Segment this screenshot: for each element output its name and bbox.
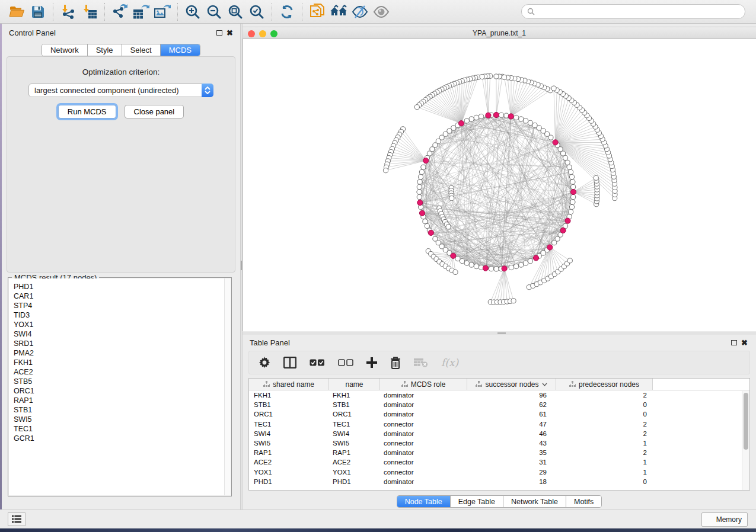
table-cell[interactable]: STB1 — [249, 401, 329, 408]
table-tab-node-table[interactable]: Node Table — [397, 496, 451, 507]
table-cell[interactable]: STB1 — [329, 401, 380, 408]
maximize-window-icon[interactable] — [270, 30, 277, 37]
table-cell[interactable]: ORC1 — [249, 411, 329, 418]
node-table[interactable]: shared namenameMCDS rolesuccessor nodesp… — [248, 378, 750, 491]
table-cell[interactable]: 18 — [467, 478, 556, 485]
mcds-result-item[interactable]: STB5 — [14, 377, 231, 386]
table-cell[interactable]: 96 — [467, 392, 556, 399]
import-table-icon[interactable] — [79, 2, 100, 21]
delete-column-trash-icon[interactable] — [390, 355, 401, 370]
tab-style[interactable]: Style — [88, 44, 122, 56]
search-field[interactable] — [521, 4, 745, 19]
table-cell[interactable]: RAP1 — [249, 449, 329, 456]
show-columns-icon[interactable] — [283, 355, 296, 370]
show-graphics-eye-icon[interactable] — [371, 2, 392, 21]
table-cell[interactable]: 31 — [467, 459, 556, 466]
table-row[interactable]: ORC1ORC1dominator610 — [249, 409, 749, 419]
table-cell[interactable]: dominator — [380, 392, 467, 399]
run-mcds-button[interactable]: Run MCDS — [58, 105, 116, 118]
network-document-icon[interactable] — [307, 2, 328, 21]
tab-mcds[interactable]: MCDS — [161, 44, 200, 56]
tab-network[interactable]: Network — [42, 44, 88, 56]
mcds-result-item[interactable]: PMA2 — [14, 348, 231, 358]
table-cell[interactable]: 1 — [556, 459, 653, 466]
table-cell[interactable]: 47 — [467, 421, 556, 428]
mcds-result-item[interactable]: SRD1 — [14, 339, 231, 348]
table-cell[interactable]: ACE2 — [249, 459, 329, 466]
table-cell[interactable]: connector — [380, 440, 467, 447]
table-cell[interactable]: 2 — [556, 392, 653, 399]
column-header-shared-name[interactable]: shared name — [249, 379, 329, 390]
table-cell[interactable]: 46 — [467, 430, 556, 437]
table-tab-motifs[interactable]: Motifs — [566, 496, 601, 507]
table-cell[interactable]: 1 — [556, 469, 653, 476]
table-cell[interactable]: 2 — [556, 421, 653, 428]
table-cell[interactable]: YOX1 — [249, 469, 329, 476]
table-scrollbar[interactable] — [742, 391, 749, 490]
table-cell[interactable]: 61 — [467, 411, 556, 418]
mcds-result-item[interactable]: STP4 — [14, 301, 231, 310]
mcds-result-list[interactable]: PHD1CAR1STP4TID3YOX1SWI4SRD1PMA2FKH1ACE2… — [9, 278, 231, 495]
mcds-result-item[interactable]: SWI5 — [14, 415, 231, 424]
float-panel-icon[interactable] — [216, 30, 222, 36]
search-input[interactable] — [538, 8, 739, 16]
table-cell[interactable]: TEC1 — [249, 421, 329, 428]
table-cell[interactable]: FKH1 — [249, 392, 329, 399]
select-all-icon[interactable] — [310, 355, 325, 370]
result-list-scrollbar[interactable] — [224, 278, 231, 495]
export-network-icon[interactable] — [109, 2, 130, 21]
add-column-icon[interactable] — [366, 355, 377, 370]
column-header-successor-nodes[interactable]: successor nodes — [467, 379, 556, 390]
table-cell[interactable]: 0 — [556, 411, 653, 418]
network-canvas[interactable] — [243, 39, 756, 331]
table-row[interactable]: TEC1TEC1connector472 — [249, 419, 749, 429]
import-network-icon[interactable] — [58, 2, 79, 21]
table-cell[interactable]: SWI5 — [329, 440, 380, 447]
home-session-icon[interactable] — [328, 2, 349, 21]
table-scrollbar-thumb[interactable] — [744, 393, 748, 450]
mcds-result-item[interactable]: ORC1 — [14, 386, 231, 396]
close-panel-icon[interactable]: ✖ — [741, 339, 748, 347]
table-row[interactable]: STB1STB1dominator620 — [249, 400, 749, 409]
table-cell[interactable]: ACE2 — [329, 459, 380, 466]
memory-button[interactable]: Memory — [701, 512, 748, 527]
table-cell[interactable]: dominator — [380, 401, 467, 408]
mcds-result-item[interactable]: ACE2 — [14, 367, 231, 377]
mcds-result-item[interactable]: TEC1 — [14, 424, 231, 434]
mcds-result-item[interactable]: FKH1 — [14, 358, 231, 367]
task-history-button[interactable] — [8, 512, 25, 526]
mcds-result-item[interactable]: RAP1 — [14, 396, 231, 405]
mcds-result-item[interactable]: TID3 — [14, 310, 231, 320]
float-panel-icon[interactable] — [731, 340, 737, 345]
table-cell[interactable]: dominator — [380, 478, 467, 485]
table-cell[interactable]: 43 — [467, 440, 556, 447]
column-header-predecessor-nodes[interactable]: predecessor nodes — [556, 379, 653, 390]
table-cell[interactable]: 0 — [556, 401, 653, 408]
tab-select[interactable]: Select — [122, 44, 161, 56]
close-window-icon[interactable] — [248, 30, 255, 37]
mcds-result-item[interactable]: YOX1 — [14, 320, 231, 329]
export-image-icon[interactable] — [152, 2, 173, 21]
table-cell[interactable]: 29 — [467, 469, 556, 476]
table-row[interactable]: SWI5SWI5connector431 — [249, 438, 749, 448]
refresh-icon[interactable] — [276, 2, 298, 21]
minimize-window-icon[interactable] — [259, 30, 266, 37]
table-row[interactable]: RAP1RAP1dominator352 — [249, 448, 749, 457]
table-row[interactable]: YOX1YOX1connector291 — [249, 467, 749, 477]
table-cell[interactable]: connector — [380, 459, 467, 466]
table-cell[interactable]: connector — [380, 421, 467, 428]
network-window-titlebar[interactable]: YPA_prune.txt_1 — [243, 27, 756, 39]
table-cell[interactable]: connector — [380, 469, 467, 476]
table-tab-edge-table[interactable]: Edge Table — [451, 496, 503, 507]
zoom-selected-icon[interactable] — [246, 2, 267, 21]
mcds-result-item[interactable]: SWI4 — [14, 329, 231, 339]
table-cell[interactable]: dominator — [380, 430, 467, 437]
table-cell[interactable]: FKH1 — [329, 392, 380, 399]
export-table-icon[interactable] — [130, 2, 152, 21]
table-cell[interactable]: TEC1 — [329, 421, 380, 428]
table-cell[interactable]: PHD1 — [329, 478, 380, 485]
table-cell[interactable]: dominator — [380, 449, 467, 456]
zoom-fit-icon[interactable] — [225, 2, 246, 21]
open-folder-icon[interactable] — [6, 2, 27, 21]
table-settings-gear-icon[interactable] — [259, 355, 270, 370]
